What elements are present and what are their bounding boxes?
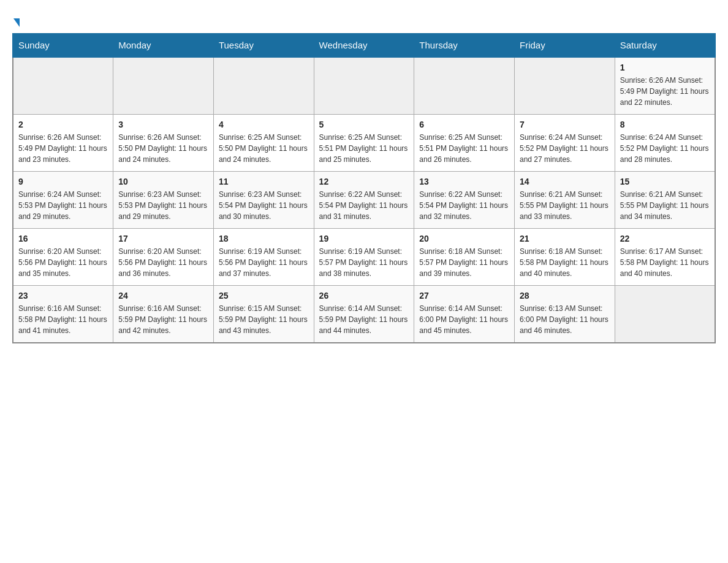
day-number: 21 [520, 234, 610, 243]
day-cell: 6Sunrise: 6:25 AM Sunset: 5:51 PM Daylig… [414, 115, 515, 172]
header-row: SundayMondayTuesdayWednesdayThursdayFrid… [13, 34, 715, 58]
day-number: 13 [419, 177, 509, 186]
day-number: 16 [18, 234, 108, 243]
day-info: Sunrise: 6:26 AM Sunset: 5:49 PM Dayligh… [18, 132, 108, 165]
day-info: Sunrise: 6:21 AM Sunset: 5:55 PM Dayligh… [520, 189, 610, 222]
day-cell: 7Sunrise: 6:24 AM Sunset: 5:52 PM Daylig… [515, 115, 615, 172]
day-cell: 5Sunrise: 6:25 AM Sunset: 5:51 PM Daylig… [314, 115, 414, 172]
day-number: 9 [18, 177, 108, 186]
day-number: 26 [319, 291, 409, 301]
day-number: 28 [520, 291, 610, 301]
day-cell: 15Sunrise: 6:21 AM Sunset: 5:55 PM Dayli… [615, 172, 715, 229]
day-cell: 25Sunrise: 6:15 AM Sunset: 5:59 PM Dayli… [213, 286, 314, 343]
day-cell [414, 57, 515, 115]
day-cell: 9Sunrise: 6:24 AM Sunset: 5:53 PM Daylig… [13, 172, 113, 229]
day-info: Sunrise: 6:24 AM Sunset: 5:52 PM Dayligh… [620, 132, 710, 165]
day-number: 12 [319, 177, 409, 186]
day-header-thursday: Thursday [414, 34, 515, 58]
day-header-saturday: Saturday [615, 34, 715, 58]
logo-arrow-icon [13, 18, 20, 27]
day-cell: 4Sunrise: 6:25 AM Sunset: 5:50 PM Daylig… [213, 115, 314, 172]
page-header [12, 12, 716, 27]
day-header-friday: Friday [515, 34, 615, 58]
day-info: Sunrise: 6:19 AM Sunset: 5:56 PM Dayligh… [219, 246, 309, 279]
day-info: Sunrise: 6:14 AM Sunset: 5:59 PM Dayligh… [319, 303, 409, 336]
day-number: 8 [620, 120, 710, 129]
day-info: Sunrise: 6:15 AM Sunset: 5:59 PM Dayligh… [219, 303, 309, 336]
day-info: Sunrise: 6:26 AM Sunset: 5:49 PM Dayligh… [620, 75, 710, 108]
day-info: Sunrise: 6:25 AM Sunset: 5:51 PM Dayligh… [419, 132, 509, 165]
day-cell: 12Sunrise: 6:22 AM Sunset: 5:54 PM Dayli… [314, 172, 414, 229]
week-row: 1Sunrise: 6:26 AM Sunset: 5:49 PM Daylig… [13, 57, 715, 115]
day-number: 22 [620, 234, 710, 243]
day-number: 27 [419, 291, 509, 301]
day-info: Sunrise: 6:16 AM Sunset: 5:58 PM Dayligh… [18, 303, 108, 336]
day-cell [515, 57, 615, 115]
day-number: 1 [620, 63, 710, 72]
day-number: 23 [18, 291, 108, 301]
day-number: 19 [319, 234, 409, 243]
week-row: 16Sunrise: 6:20 AM Sunset: 5:56 PM Dayli… [13, 229, 715, 286]
calendar-header: SundayMondayTuesdayWednesdayThursdayFrid… [13, 34, 715, 58]
day-info: Sunrise: 6:19 AM Sunset: 5:57 PM Dayligh… [319, 246, 409, 279]
day-cell: 27Sunrise: 6:14 AM Sunset: 6:00 PM Dayli… [414, 286, 515, 343]
day-cell: 3Sunrise: 6:26 AM Sunset: 5:50 PM Daylig… [113, 115, 214, 172]
day-info: Sunrise: 6:18 AM Sunset: 5:58 PM Dayligh… [520, 246, 610, 279]
day-cell [213, 57, 314, 115]
day-info: Sunrise: 6:20 AM Sunset: 5:56 PM Dayligh… [118, 246, 208, 279]
day-number: 4 [219, 120, 309, 129]
day-number: 3 [118, 120, 208, 129]
logo [12, 12, 20, 27]
day-info: Sunrise: 6:18 AM Sunset: 5:57 PM Dayligh… [419, 246, 509, 279]
day-cell: 13Sunrise: 6:22 AM Sunset: 5:54 PM Dayli… [414, 172, 515, 229]
day-number: 24 [118, 291, 208, 301]
day-number: 6 [419, 120, 509, 129]
day-info: Sunrise: 6:16 AM Sunset: 5:59 PM Dayligh… [118, 303, 208, 336]
day-cell [13, 57, 113, 115]
logo-general [12, 18, 20, 28]
day-info: Sunrise: 6:14 AM Sunset: 6:00 PM Dayligh… [419, 303, 509, 336]
day-cell: 20Sunrise: 6:18 AM Sunset: 5:57 PM Dayli… [414, 229, 515, 286]
day-cell: 17Sunrise: 6:20 AM Sunset: 5:56 PM Dayli… [113, 229, 214, 286]
day-number: 10 [118, 177, 208, 186]
day-info: Sunrise: 6:22 AM Sunset: 5:54 PM Dayligh… [319, 189, 409, 222]
day-info: Sunrise: 6:21 AM Sunset: 5:55 PM Dayligh… [620, 189, 710, 222]
week-row: 9Sunrise: 6:24 AM Sunset: 5:53 PM Daylig… [13, 172, 715, 229]
day-number: 20 [419, 234, 509, 243]
day-number: 2 [18, 120, 108, 129]
day-info: Sunrise: 6:24 AM Sunset: 5:53 PM Dayligh… [18, 189, 108, 222]
day-header-monday: Monday [113, 34, 214, 58]
week-row: 2Sunrise: 6:26 AM Sunset: 5:49 PM Daylig… [13, 115, 715, 172]
day-header-tuesday: Tuesday [213, 34, 314, 58]
day-number: 18 [219, 234, 309, 243]
day-cell: 16Sunrise: 6:20 AM Sunset: 5:56 PM Dayli… [13, 229, 113, 286]
day-number: 5 [319, 120, 409, 129]
day-cell: 19Sunrise: 6:19 AM Sunset: 5:57 PM Dayli… [314, 229, 414, 286]
day-number: 14 [520, 177, 610, 186]
calendar-table: SundayMondayTuesdayWednesdayThursdayFrid… [12, 33, 716, 343]
day-cell: 21Sunrise: 6:18 AM Sunset: 5:58 PM Dayli… [515, 229, 615, 286]
day-cell [113, 57, 214, 115]
day-cell [615, 286, 715, 343]
day-cell: 18Sunrise: 6:19 AM Sunset: 5:56 PM Dayli… [213, 229, 314, 286]
day-header-wednesday: Wednesday [314, 34, 414, 58]
calendar-body: 1Sunrise: 6:26 AM Sunset: 5:49 PM Daylig… [13, 57, 715, 343]
day-info: Sunrise: 6:23 AM Sunset: 5:53 PM Dayligh… [118, 189, 208, 222]
day-number: 25 [219, 291, 309, 301]
day-number: 11 [219, 177, 309, 186]
day-number: 7 [520, 120, 610, 129]
day-info: Sunrise: 6:20 AM Sunset: 5:56 PM Dayligh… [18, 246, 108, 279]
day-cell: 23Sunrise: 6:16 AM Sunset: 5:58 PM Dayli… [13, 286, 113, 343]
day-info: Sunrise: 6:17 AM Sunset: 5:58 PM Dayligh… [620, 246, 710, 279]
day-info: Sunrise: 6:22 AM Sunset: 5:54 PM Dayligh… [419, 189, 509, 222]
week-row: 23Sunrise: 6:16 AM Sunset: 5:58 PM Dayli… [13, 286, 715, 343]
day-cell: 28Sunrise: 6:13 AM Sunset: 6:00 PM Dayli… [515, 286, 615, 343]
day-cell: 8Sunrise: 6:24 AM Sunset: 5:52 PM Daylig… [615, 115, 715, 172]
day-cell: 10Sunrise: 6:23 AM Sunset: 5:53 PM Dayli… [113, 172, 214, 229]
day-info: Sunrise: 6:13 AM Sunset: 6:00 PM Dayligh… [520, 303, 610, 336]
day-cell: 1Sunrise: 6:26 AM Sunset: 5:49 PM Daylig… [615, 57, 715, 115]
day-info: Sunrise: 6:26 AM Sunset: 5:50 PM Dayligh… [118, 132, 208, 165]
day-cell: 22Sunrise: 6:17 AM Sunset: 5:58 PM Dayli… [615, 229, 715, 286]
day-header-sunday: Sunday [13, 34, 113, 58]
day-cell: 26Sunrise: 6:14 AM Sunset: 5:59 PM Dayli… [314, 286, 414, 343]
